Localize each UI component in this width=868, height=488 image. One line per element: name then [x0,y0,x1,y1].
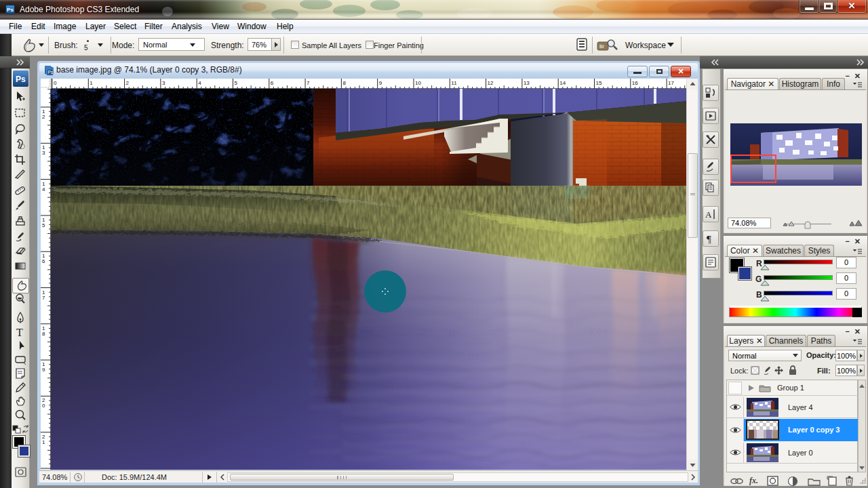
svg-text:4: 4 [198,80,201,86]
svg-text:3: 3 [162,80,165,86]
svg-text:T: T [16,327,23,338]
svg-text:Ps: Ps [16,75,26,84]
svg-text:6: 6 [42,258,45,264]
svg-text:5: 5 [42,222,45,228]
svg-text:17: 17 [668,80,674,86]
svg-text:Ps: Ps [48,70,54,75]
svg-text:1: 1 [90,80,93,86]
svg-text:0: 0 [54,80,57,86]
svg-text:15: 15 [596,80,602,86]
svg-text:2: 2 [126,80,130,86]
svg-text:14: 14 [559,80,566,86]
svg-text:11: 11 [451,80,457,86]
svg-text:3: 3 [42,150,45,156]
svg-text:9: 9 [42,367,45,373]
svg-text:5: 5 [235,80,238,86]
svg-text:12: 12 [488,80,494,86]
svg-text:6: 6 [271,80,274,86]
svg-text:0: 0 [42,403,45,409]
svg-text:4: 4 [42,186,45,192]
svg-text:16: 16 [632,80,638,86]
svg-text:A: A [705,209,712,220]
svg-text:7: 7 [307,80,310,86]
svg-text:¶: ¶ [707,234,711,245]
svg-text:2: 2 [42,114,45,120]
svg-text:1: 1 [42,439,45,445]
svg-text:8: 8 [342,80,346,86]
svg-text:8: 8 [42,331,45,337]
svg-text:7: 7 [42,295,45,301]
svg-text:13: 13 [524,80,530,86]
svg-text:9: 9 [379,80,382,86]
svg-text:10: 10 [415,80,421,86]
svg-text:Br: Br [599,44,605,49]
